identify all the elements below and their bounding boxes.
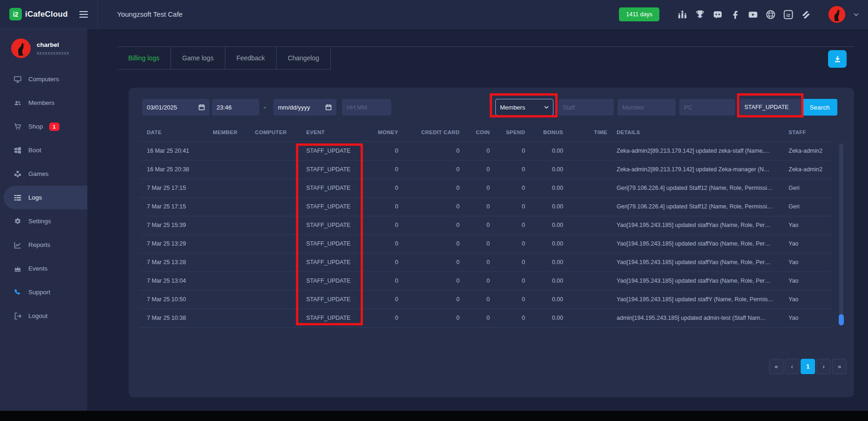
date-from-value: 03/01/2025: [147, 104, 177, 111]
page-number-button[interactable]: 1: [801, 359, 815, 374]
trophy-icon[interactable]: [695, 10, 705, 19]
cell-money: 0: [375, 216, 400, 234]
page-last-button[interactable]: »: [832, 359, 847, 374]
facebook-icon[interactable]: [730, 10, 740, 19]
sidebar-item-reports[interactable]: Reports: [0, 233, 87, 257]
cell-credit_card: 0: [400, 197, 461, 216]
tab-changelog[interactable]: Changelog: [276, 47, 331, 69]
cell-money: 0: [375, 234, 400, 253]
cell-bonus: 0.00: [527, 272, 565, 290]
time-to-field[interactable]: HH:MM: [342, 99, 391, 116]
log-row: 7 Mar 25 10:38STAFF_UPDATE00000.00admin[…: [140, 309, 832, 327]
cell-event: STAFF_UPDATE: [289, 253, 375, 272]
logo-section: i2 iCafeCloud: [0, 0, 98, 28]
cell-staff: Yao: [788, 234, 832, 253]
cell-money: 0: [375, 290, 400, 309]
cell-bonus: 0.00: [527, 290, 565, 309]
chevron-down-icon[interactable]: [854, 13, 859, 16]
cell-computer: [239, 142, 289, 160]
tab-billing-logs[interactable]: Billing logs: [117, 47, 171, 69]
sidebar-item-events[interactable]: Events: [0, 257, 87, 280]
profile-section: charbel xxxxxxxxxxxx: [0, 29, 87, 58]
shop-count-badge: 1: [49, 123, 59, 131]
event-input[interactable]: [740, 99, 801, 116]
cell-details: Yao[194.195.243.185] updated staffYao (N…: [609, 272, 788, 290]
cell-spend: 0: [492, 142, 527, 160]
youtube-icon[interactable]: [748, 10, 758, 19]
member-input[interactable]: [618, 99, 676, 116]
scrollbar-thumb[interactable]: [839, 314, 844, 325]
cell-staff: Zeka-admin2: [788, 142, 832, 160]
profile-name: charbel: [37, 41, 69, 48]
sidebar-item-boot[interactable]: Boot: [0, 138, 87, 162]
sidebar-item-logs[interactable]: Logs: [4, 186, 87, 209]
log-row: 7 Mar 25 13:04STAFF_UPDATE00000.00Yao[19…: [140, 272, 832, 290]
cell-details: Geri[79.106.226.4] updated Staff12 (Name…: [609, 197, 788, 216]
cell-event: STAFF_UPDATE: [289, 290, 375, 309]
ranking-icon[interactable]: [677, 10, 687, 19]
cell-details: admin[194.195.243.185] updated admin-tes…: [609, 309, 788, 327]
hamburger-menu-icon[interactable]: [79, 11, 88, 18]
sidebar-item-logout[interactable]: Logout: [0, 304, 87, 328]
sidebar-item-games[interactable]: Games: [0, 162, 87, 186]
cell-computer: [239, 253, 289, 272]
cell-staff: Yao: [788, 290, 832, 309]
cell-coin: 0: [461, 179, 492, 197]
log-row: 7 Mar 25 15:39STAFF_UPDATE00000.00Yao[19…: [140, 216, 832, 234]
sidebar-item-computers[interactable]: Computers: [0, 67, 87, 91]
log-row: 7 Mar 25 17:15STAFF_UPDATE00000.00Geri[7…: [140, 197, 832, 216]
globe-icon[interactable]: [766, 10, 776, 19]
page-next-button[interactable]: ›: [816, 359, 831, 374]
sidebar-item-label: Games: [28, 170, 49, 177]
time-from-field[interactable]: 23:46: [212, 99, 259, 116]
total-bonus: 0.00: [527, 327, 565, 333]
tab-feedback[interactable]: Feedback: [225, 47, 276, 69]
cell-time: [565, 253, 609, 272]
stripes-icon[interactable]: [801, 10, 811, 19]
cell-date: 7 Mar 25 13:29: [140, 234, 205, 253]
date-to-field[interactable]: mm/dd/yyyy: [273, 99, 336, 116]
log-row: 7 Mar 25 13:29STAFF_UPDATE00000.00Yao[19…: [140, 234, 832, 253]
games-icon: [13, 170, 22, 178]
total-row: TOTAL:0.000.000.000.000.0000:00:00: [140, 327, 832, 333]
cell-event: STAFF_UPDATE: [289, 142, 375, 160]
date-from-field[interactable]: 03/01/2025: [142, 99, 210, 116]
sidebar-item-shop[interactable]: Shop1: [0, 115, 87, 138]
cell-bonus: 0.00: [527, 309, 565, 327]
staff-input[interactable]: [558, 99, 614, 116]
license-days-badge[interactable]: 1411 days: [619, 7, 659, 21]
cell-staff: Yao: [788, 253, 832, 272]
cell-date: 7 Mar 25 15:39: [140, 216, 205, 234]
page-prev-button[interactable]: ‹: [785, 359, 799, 374]
icafecloud-icon[interactable]: i2: [783, 10, 793, 19]
pc-input[interactable]: [679, 99, 735, 116]
download-button[interactable]: [828, 50, 847, 68]
sidebar-item-support[interactable]: Support: [0, 280, 87, 304]
topbar-actions: 1411 days i2: [619, 0, 868, 29]
page-first-button[interactable]: «: [769, 359, 783, 374]
column-header-event: EVENT: [289, 123, 375, 142]
cell-date: 7 Mar 25 17:15: [140, 179, 205, 197]
cell-date: 7 Mar 25 10:38: [140, 309, 205, 327]
sidebar-item-members[interactable]: Members: [0, 91, 87, 115]
search-button[interactable]: Search: [802, 99, 837, 116]
cell-spend: 0: [492, 272, 527, 290]
tab-game-logs[interactable]: Game logs: [171, 47, 225, 69]
calendar-icon: [325, 104, 332, 110]
cell-money: 0: [375, 197, 400, 216]
icafecloud-logo-icon: i2: [9, 8, 22, 20]
app-logo[interactable]: i2 iCafeCloud: [9, 8, 68, 20]
cell-computer: [239, 272, 289, 290]
column-header-time: TIME: [565, 123, 609, 142]
discord-icon[interactable]: [713, 10, 723, 19]
sidebar-item-settings[interactable]: Settings: [0, 209, 87, 233]
cell-time: [565, 309, 609, 327]
cell-coin: 0: [461, 142, 492, 160]
user-avatar[interactable]: [828, 6, 846, 23]
cell-credit_card: 0: [400, 179, 461, 197]
cell-bonus: 0.00: [527, 142, 565, 160]
member-type-select[interactable]: Members: [495, 99, 553, 116]
chevron-down-icon: [544, 106, 549, 109]
cell-staff: Yao: [788, 216, 832, 234]
cell-details: Yao[194.195.243.185] updated staffYao (N…: [609, 216, 788, 234]
